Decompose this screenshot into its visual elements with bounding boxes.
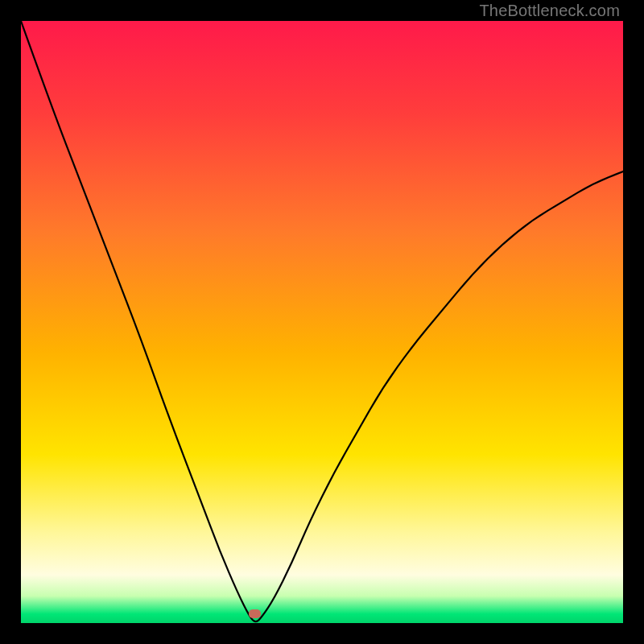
gradient-background [21, 21, 623, 623]
chart-frame [21, 21, 623, 623]
optimum-marker [249, 609, 261, 618]
chart-canvas [21, 21, 623, 623]
watermark-text: TheBottleneck.com [479, 2, 620, 20]
